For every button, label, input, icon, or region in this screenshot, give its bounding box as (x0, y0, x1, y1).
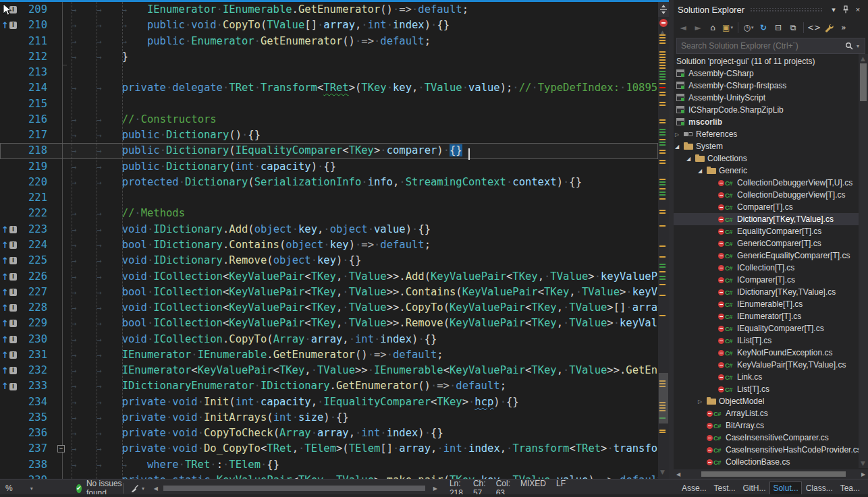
outlining-margin[interactable] (53, 65, 67, 80)
code-line[interactable]: 214→→private·delegate·TRet·Transform<TRe… (0, 80, 658, 96)
tree-item-icomparer-t-cs[interactable]: C#IComparer[T].cs (674, 274, 859, 286)
line-number[interactable]: 236 (18, 426, 53, 441)
tree-item-comparer-t-cs[interactable]: C#Comparer[T].cs (674, 201, 859, 213)
tree-item-ilist-t-cs[interactable]: C#IList[T].cs (674, 334, 859, 347)
gutter-implements-margin[interactable] (0, 473, 18, 479)
tree-item-assembly-csharp-firstpass[interactable]: Assembly-CSharp-firstpass (674, 80, 859, 92)
outlining-margin[interactable] (53, 253, 67, 268)
line-number[interactable]: 223 (18, 222, 53, 237)
tab-asse[interactable]: Asse... (679, 482, 709, 494)
outlining-margin[interactable] (53, 378, 67, 394)
code-text[interactable]: →→void·ICollection.CopyTo(Array·array,·i… (67, 332, 658, 347)
gutter-implements-margin[interactable] (0, 96, 18, 112)
code-line[interactable]: 236→→private·void·CopyToCheck(Array·arra… (0, 426, 658, 441)
scroll-up-icon[interactable]: ▲ (861, 55, 865, 62)
code-line[interactable]: 211→→→public·Enumerator·GetEnumerator()·… (0, 34, 658, 49)
code-line[interactable]: 218→→public·Dictionary(IEqualityComparer… (0, 143, 658, 158)
line-number[interactable]: 230 (18, 332, 53, 347)
outlining-margin[interactable] (53, 237, 67, 253)
code-text[interactable]: →→private·delegate·TRet·Transform<TRet>(… (67, 80, 658, 96)
line-number[interactable]: 238 (18, 457, 53, 473)
tree-item-ienumerator-t-cs[interactable]: C#IEnumerator[T].cs (674, 310, 859, 322)
line-number[interactable]: 216 (18, 112, 53, 127)
gutter-implements-margin[interactable]: ↑I (0, 363, 18, 378)
tree-item-arraylist-cs[interactable]: C#ArrayList.cs (674, 407, 859, 419)
code-line[interactable]: ↑I232→→IEnumerator<KeyValuePair<TKey,·TV… (0, 363, 658, 378)
outlining-margin[interactable] (53, 300, 67, 316)
gutter-implements-margin[interactable] (0, 80, 18, 96)
gutter-implements-margin[interactable] (0, 394, 18, 410)
gutter-implements-margin[interactable] (0, 127, 18, 143)
search-options-chevron-icon[interactable]: ▾ (857, 43, 865, 49)
line-number[interactable]: 239 (18, 473, 53, 479)
code-text[interactable]: →→IEnumerator·IEnumerable.GetEnumerator(… (67, 347, 658, 363)
code-text[interactable]: →→protected·Dictionary(SerializationInfo… (67, 175, 658, 190)
tree-item-link-cs[interactable]: C#Link.cs (674, 371, 859, 383)
code-text[interactable]: →→//·Constructors (67, 112, 658, 127)
code-text[interactable]: →→//·Methods (67, 206, 658, 221)
outlining-margin[interactable] (53, 457, 67, 473)
tab-tea[interactable]: Tea... (838, 482, 863, 494)
outlining-margin[interactable] (53, 2, 67, 18)
line-number[interactable]: 227 (18, 285, 53, 300)
tree-item-equalitycomparer-t-cs[interactable]: C#EqualityComparer[T].cs (674, 225, 859, 237)
code-text[interactable]: →→private·void·InitArrays(int·size)·{} (67, 410, 658, 426)
gutter-implements-margin[interactable]: ↑I (0, 222, 18, 237)
tree-item-bitarray-cs[interactable]: C#BitArray.cs (674, 419, 859, 432)
code-line[interactable]: 213 (0, 65, 658, 80)
outlining-margin[interactable] (53, 96, 67, 112)
tree-item-ienumerable-t-cs[interactable]: C#IEnumerable[T].cs (674, 298, 859, 310)
line-number[interactable]: 220 (18, 175, 53, 190)
split-window-handle-icon[interactable] (658, 2, 669, 17)
code-text[interactable] (67, 190, 658, 206)
forward-icon[interactable]: ► (691, 21, 705, 34)
gutter-implements-margin[interactable]: ↑I (0, 269, 18, 285)
pin-icon[interactable] (840, 3, 852, 16)
scroll-left-icon[interactable]: ◀ (151, 486, 161, 492)
line-number[interactable]: 222 (18, 206, 53, 221)
code-text[interactable]: →→bool·ICollection<KeyValuePair<TKey,·TV… (67, 316, 658, 331)
outlining-margin[interactable] (53, 473, 67, 479)
tree-item-solution[interactable]: Solution 'project-gui' (11 of 11 project… (674, 55, 859, 67)
tree-item-idictionary-tkey-tvalue-cs[interactable]: C#IDictionary[TKey,TValue].cs (674, 286, 859, 298)
expanded-arrow-icon[interactable]: ◢ (675, 144, 684, 150)
outlining-margin[interactable] (53, 175, 67, 190)
line-number[interactable]: 219 (18, 159, 53, 175)
scroll-down-icon[interactable]: ▼ (861, 460, 865, 467)
code-line[interactable]: ↑I223→→void·IDictionary.Add(object·key,·… (0, 222, 658, 237)
outlining-margin[interactable] (53, 285, 67, 300)
line-number[interactable]: 210 (18, 18, 53, 33)
tree-item-system[interactable]: ◢System (674, 140, 859, 152)
outlining-margin[interactable]: − (53, 441, 67, 457)
code-line[interactable]: ↑I231→→IEnumerator·IEnumerable.GetEnumer… (0, 347, 658, 363)
outlining-margin[interactable] (53, 80, 67, 96)
code-line[interactable]: 222→→//·Methods (0, 206, 658, 221)
fold-collapse-icon[interactable]: − (57, 445, 65, 452)
gutter-implements-margin[interactable]: ↑I (0, 285, 18, 300)
collapsed-arrow-icon[interactable]: ▷ (675, 131, 684, 138)
tree-item-list-t-cs[interactable]: C#List[T].cs (674, 383, 859, 395)
line-number[interactable]: 215 (18, 96, 53, 112)
tree-item-keyvaluepair-tkey-tvalue-cs[interactable]: C#KeyValuePair[TKey,TValue].cs (674, 359, 859, 371)
code-line[interactable]: ↑I209→→→IEnumerator·IEnumerable.GetEnume… (0, 2, 658, 18)
line-number[interactable]: 232 (18, 363, 53, 378)
properties-wrench-icon[interactable] (822, 21, 836, 34)
code-text[interactable]: →→bool·IDictionary.Contains(object·key)·… (67, 237, 658, 253)
gutter-implements-margin[interactable] (0, 159, 18, 175)
code-line[interactable]: ↑I228→→void·ICollection<KeyValuePair<TKe… (0, 300, 658, 316)
code-text[interactable]: →→private·static·KeyValuePair<TKey,·TVal… (67, 473, 658, 479)
tree-item-generic[interactable]: ◢Generic (674, 165, 859, 177)
code-text[interactable]: →→→public·Enumerator·GetEnumerator()·=>·… (67, 34, 658, 49)
code-text[interactable]: →→IEnumerator<KeyValuePair<TKey,·TValue>… (67, 363, 658, 378)
tree-item-dictionary-tkey-tvalue-cs[interactable]: C#Dictionary[TKey,TValue].cs (674, 213, 859, 225)
line-number[interactable]: 213 (18, 65, 53, 80)
search-box[interactable]: ▾ (676, 38, 865, 54)
line-number[interactable]: 221 (18, 190, 53, 206)
zoom-control[interactable]: % ▾ (0, 484, 38, 493)
line-number[interactable]: 231 (18, 347, 53, 363)
code-text[interactable]: →→void·IDictionary.Remove(object·key)·{} (67, 253, 658, 268)
outlining-margin[interactable] (53, 159, 67, 175)
code-line[interactable]: ↑I225→→void·IDictionary.Remove(object·ke… (0, 253, 658, 268)
code-text[interactable]: →→→where·TRet·:·TElem·{} (67, 457, 658, 473)
line-number[interactable]: 218 (18, 143, 53, 158)
